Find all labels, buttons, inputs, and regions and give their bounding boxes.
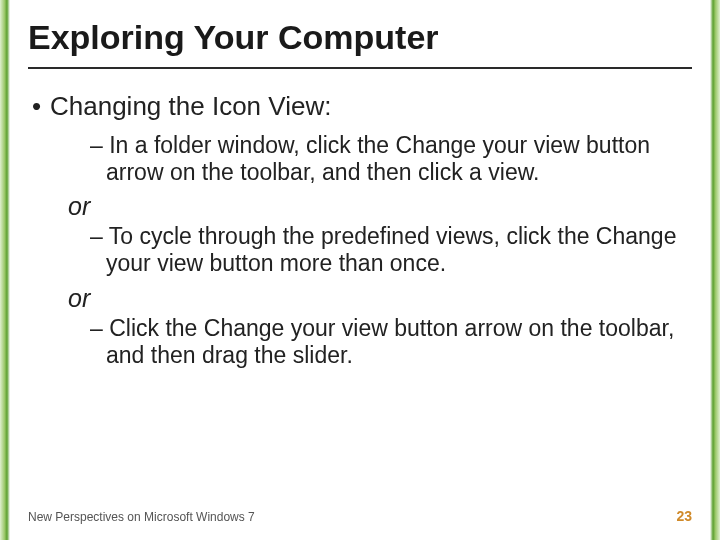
slide-footer: New Perspectives on Microsoft Windows 7 …	[28, 508, 692, 524]
bullet-1-text: Changing the Icon View:	[50, 91, 331, 121]
footer-left-text: New Perspectives on Microsoft Windows 7	[28, 510, 255, 524]
bullet-dot: •	[32, 91, 50, 122]
page-number: 23	[676, 508, 692, 524]
bullet-dash: –	[90, 315, 109, 341]
right-gradient-border	[710, 0, 720, 540]
or-separator: or	[28, 284, 692, 313]
bullet-dash: –	[90, 223, 109, 249]
left-gradient-border	[0, 0, 10, 540]
bullet-level-2: – In a folder window, click the Change y…	[28, 132, 692, 186]
bullet-level-2: – Click the Change your view button arro…	[28, 315, 692, 369]
slide-title: Exploring Your Computer	[28, 18, 692, 67]
bullet-level-2: – To cycle through the predefined views,…	[28, 223, 692, 277]
bullet-level-1: •Changing the Icon View:	[28, 91, 692, 122]
bullet-dash: –	[90, 132, 109, 158]
or-separator: or	[28, 192, 692, 221]
title-underline	[28, 67, 692, 69]
bullet-2-text: To cycle through the predefined views, c…	[106, 223, 676, 276]
bullet-2-text: In a folder window, click the Change you…	[106, 132, 650, 185]
slide-page: Exploring Your Computer •Changing the Ic…	[10, 0, 710, 540]
bullet-2-text: Click the Change your view button arrow …	[106, 315, 674, 368]
